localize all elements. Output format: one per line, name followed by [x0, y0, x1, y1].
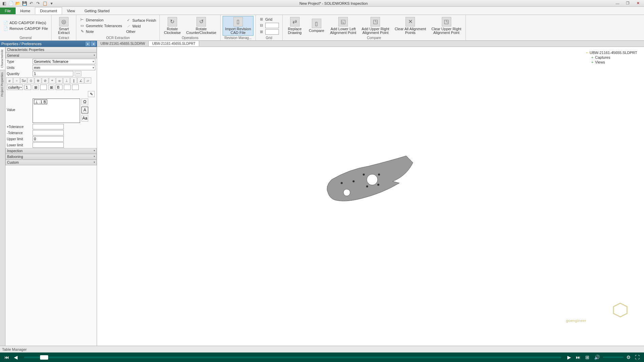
redo-icon[interactable]: ↷ [35, 1, 41, 6]
tab-document[interactable]: Document [35, 7, 62, 14]
compare-button[interactable]: ▯Compare [306, 18, 327, 33]
section-general[interactable]: General [5, 53, 97, 58]
expand-icon[interactable]: + [591, 56, 594, 59]
upper-limit-input[interactable]: 0 [33, 136, 64, 142]
datum-5-input[interactable] [72, 85, 79, 90]
new-icon[interactable]: 📄 [8, 1, 14, 6]
omega-button[interactable]: Ω [81, 98, 88, 105]
rotate-ccw-button[interactable]: ↺Rotate CounterClockwise [184, 16, 219, 35]
expand-icon-2[interactable]: + [591, 60, 594, 64]
note-button[interactable]: ✎Note [78, 29, 124, 34]
gdt-icon-4[interactable]: ⊙ [27, 77, 34, 84]
panel-tab-2[interactable]: ◂ [91, 41, 96, 46]
gdt-icon-5[interactable]: ⊕ [35, 77, 41, 84]
gdt-icon-3[interactable]: S⌀ [20, 77, 27, 84]
settings-icon[interactable]: ⚙ [625, 355, 632, 360]
skip-back-button[interactable]: ⏮ [3, 355, 10, 360]
volume-icon[interactable]: 🔊 [593, 355, 601, 360]
maximize-button[interactable]: ❐ [623, 1, 632, 6]
close-button[interactable]: ✕ [633, 1, 643, 6]
import-revision-button[interactable]: ▯Import Revision CAD File [223, 16, 253, 36]
gdt-icon-6[interactable]: ⊘ [42, 77, 49, 84]
note-label: Note [86, 30, 94, 34]
grid-rows-input[interactable] [265, 23, 279, 28]
value-textarea[interactable]: ⊥ .1 B [33, 98, 80, 123]
tab-home[interactable]: Home [16, 7, 35, 14]
save-icon[interactable]: 💾 [22, 1, 27, 6]
doc-tab-1[interactable]: UBW-21161-45655.SLDDRW [97, 41, 149, 46]
seek-track[interactable] [24, 357, 561, 358]
volume-slider[interactable] [603, 357, 623, 358]
section-custom[interactable]: Custom [5, 160, 97, 165]
datum-btn-1[interactable]: ⊞ [33, 85, 39, 90]
units-combo[interactable]: mm [33, 65, 95, 70]
tree-captures[interactable]: +Captures [585, 55, 637, 60]
dimension-button[interactable]: ⊢Dimension [78, 17, 124, 23]
gdt-icon-12[interactable]: ▱ [84, 77, 91, 84]
grid-button[interactable]: ⊞Grid [258, 17, 280, 22]
lower-limit-input[interactable] [33, 142, 64, 148]
other-button[interactable]: Other [125, 29, 157, 34]
next-button[interactable]: ▶ [566, 355, 572, 360]
gdt-icon-10[interactable]: ∥ [70, 77, 77, 84]
datum-1-input[interactable]: 1 [24, 85, 31, 90]
prev-button[interactable]: ◀ [13, 355, 19, 360]
panel-tab-1[interactable]: ▸ [86, 41, 90, 46]
edit-button[interactable]: ✎ [88, 91, 95, 97]
cularity-combo[interactable]: cularity [7, 85, 23, 90]
font-button[interactable]: A [81, 107, 88, 113]
sidetab-characteristic[interactable]: Characteristic [0, 47, 5, 70]
section-ballooning[interactable]: Ballooning [5, 154, 97, 160]
add-cad-button[interactable]: 📄ADD CAD/PDF File(s) [2, 20, 49, 25]
quantity-input[interactable]: 1 [33, 71, 73, 76]
surface-finish-button[interactable]: ✓Surface Finish [125, 18, 157, 23]
smart-extract-button[interactable]: ◎Smart Extract [54, 16, 74, 35]
add-ll-button[interactable]: ◱Add Lower Left Alignment Point [328, 16, 358, 35]
gdt-icon-8[interactable]: ⌯ [56, 77, 63, 84]
tab-view[interactable]: View [62, 7, 80, 14]
gdt-icon-11[interactable]: ∠ [77, 77, 84, 84]
remove-cad-button[interactable]: 📄Remove CAD/PDF File [2, 26, 49, 31]
doc-tab-2[interactable]: UBW-21161-45655.SLDPRT [149, 41, 199, 46]
tab-getting-started[interactable]: Getting Started [80, 7, 114, 14]
datum-btn-2[interactable]: ⊞ [48, 85, 54, 90]
case-button[interactable]: Aa [81, 115, 88, 122]
viewport-3d[interactable]: −UBW-21161-45655.SLDPRT +Captures +Views… [97, 47, 644, 346]
datum-2-input[interactable] [40, 85, 47, 90]
tab-file[interactable]: File [0, 7, 16, 14]
add-ur-button[interactable]: ◳Add Upper Right Alignment Point [360, 16, 391, 35]
qat-dropdown-icon[interactable]: ▾ [49, 1, 54, 6]
geom-tol-button[interactable]: ▭Geometric Tolerances [78, 23, 124, 29]
clear-ur-button[interactable]: ◳Clear Upper Right Alignment Point [429, 16, 463, 35]
ribbon-group-revision: ▯Import Revision CAD File Revision Manag… [221, 15, 255, 40]
grid-view-button[interactable]: ⊞ [584, 355, 590, 360]
paste-icon[interactable]: 📋 [42, 1, 48, 6]
collapse-icon[interactable]: − [585, 51, 589, 54]
plus-tol-input[interactable] [33, 124, 64, 129]
skip-fwd-button[interactable]: ⏭ [575, 355, 582, 360]
sidetab-project-properties[interactable]: Project Properties [0, 70, 5, 99]
grid-cols-input[interactable] [265, 29, 279, 35]
quantity-extra-button[interactable]: ⋯ [75, 71, 81, 76]
minimize-button[interactable]: — [613, 1, 622, 6]
gdt-icon-2[interactable]: ○ [13, 77, 20, 84]
open-icon[interactable]: 📂 [15, 1, 20, 6]
datum-4-input[interactable] [64, 85, 71, 90]
tree-views[interactable]: +Views [585, 60, 637, 65]
gdt-icon-7[interactable]: ⌖ [49, 77, 56, 84]
type-combo[interactable]: Geometric Tolerance [33, 59, 95, 64]
replace-drawing-button[interactable]: ⇄Replace Drawing [285, 16, 305, 35]
gdt-icon-9[interactable]: ⊥ [63, 77, 70, 84]
seek-thumb[interactable] [40, 355, 48, 360]
svg-point-5 [378, 174, 380, 176]
fullscreen-icon[interactable]: ⛶ [634, 355, 641, 360]
gdt-icon-1[interactable]: ⌀ [6, 77, 13, 84]
clear-all-button[interactable]: ✕Clear All Alignment Points [393, 16, 428, 35]
weld-button[interactable]: ⟋Weld [125, 23, 157, 29]
section-inspection[interactable]: Inspection [5, 148, 97, 154]
undo-icon[interactable]: ↶ [29, 1, 34, 6]
minus-tol-input[interactable] [33, 130, 64, 135]
datum-3-input[interactable]: B [56, 85, 62, 90]
tree-root[interactable]: −UBW-21161-45655.SLDPRT [585, 50, 637, 55]
rotate-cw-button[interactable]: ↻Rotate Clockwise [162, 16, 183, 35]
